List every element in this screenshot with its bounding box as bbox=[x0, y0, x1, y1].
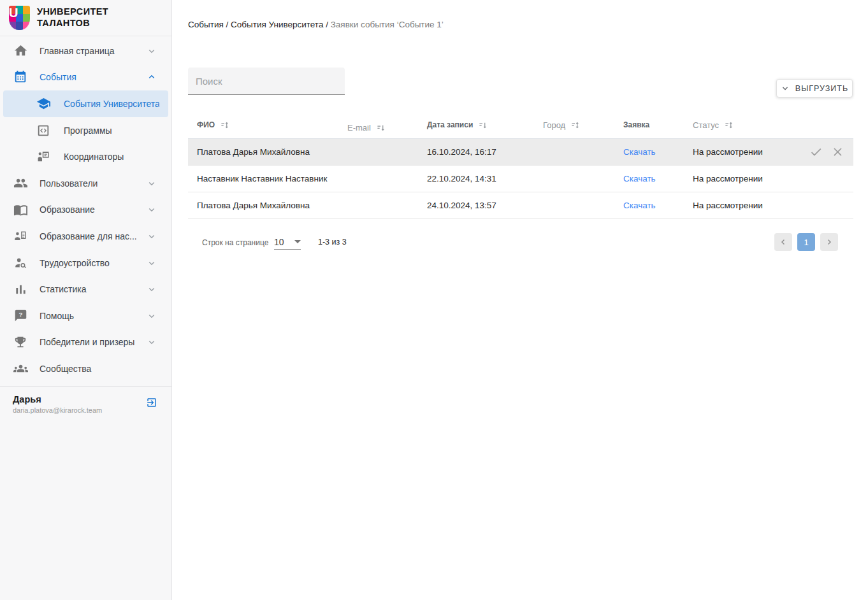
header-request: Заявка bbox=[623, 120, 693, 129]
header-city[interactable]: Город bbox=[543, 120, 623, 130]
sidebar-item-employment[interactable]: Трудоустройство bbox=[0, 250, 171, 276]
chevron-down-icon bbox=[146, 283, 159, 295]
chevron-down-icon bbox=[146, 204, 159, 215]
coordinator-board-icon bbox=[36, 149, 51, 164]
university-talents-logo-icon: U bbox=[9, 6, 30, 30]
row-actions bbox=[809, 145, 855, 159]
sidebar-item-users[interactable]: Пользователи bbox=[0, 170, 171, 197]
chevron-down-icon bbox=[146, 336, 159, 348]
cell-name: Платова Дарья Михайловна bbox=[188, 147, 347, 157]
header-date[interactable]: Дата записи bbox=[427, 120, 543, 129]
sidebar-item-education-mentors[interactable]: Образование для нас... bbox=[0, 223, 171, 250]
school-icon bbox=[36, 96, 51, 111]
status-badge: На рассмотрении bbox=[693, 147, 809, 157]
breadcrumb-current: Заявки события ‘Событие 1’ bbox=[331, 20, 444, 29]
search-field bbox=[188, 68, 345, 95]
dropdown-arrow-icon bbox=[294, 240, 301, 243]
help-bubble-icon: ? bbox=[13, 308, 28, 324]
sidebar-item-home[interactable]: Главная страница bbox=[0, 38, 171, 64]
book-icon bbox=[13, 202, 28, 217]
header-email[interactable]: E-mail bbox=[347, 123, 427, 132]
sidebar-item-education[interactable]: Образование bbox=[0, 197, 171, 224]
chevron-down-icon bbox=[146, 231, 159, 242]
bar-chart-icon bbox=[13, 282, 28, 297]
cell-date: 16.10.2024, 16:17 bbox=[427, 147, 543, 157]
sidebar-item-events[interactable]: События bbox=[0, 64, 171, 91]
pager: 1 bbox=[774, 233, 838, 251]
cell-name: Платова Дарья Михайловна bbox=[188, 201, 347, 210]
breadcrumb: События / События Университета / Заявки … bbox=[188, 20, 444, 29]
search-input[interactable] bbox=[188, 68, 345, 94]
sidebar-item-communities[interactable]: Сообщества bbox=[0, 355, 171, 382]
rows-per-page-select[interactable]: 10 bbox=[274, 234, 301, 250]
chevron-down-icon bbox=[146, 310, 159, 322]
sidebar-item-coordinators[interactable]: Координаторы bbox=[3, 143, 168, 170]
download-link[interactable]: Скачать bbox=[623, 147, 656, 157]
brand-title: УНИВЕРСИТЕТ ТАЛАНТОВ bbox=[37, 6, 108, 29]
person-document-icon bbox=[13, 229, 28, 244]
page-1-button[interactable]: 1 bbox=[797, 233, 815, 251]
sort-icon bbox=[725, 121, 733, 129]
download-link[interactable]: Скачать bbox=[623, 201, 656, 210]
home-icon bbox=[13, 43, 28, 59]
cell-name: Наставник Наставник Наставник bbox=[188, 174, 347, 183]
user-block: Дарья daria.platova@kirarock.team bbox=[0, 387, 171, 414]
cell-date: 22.10.2024, 14:31 bbox=[427, 174, 543, 183]
sort-icon bbox=[571, 121, 579, 129]
logout-icon[interactable] bbox=[146, 397, 157, 408]
table-row[interactable]: Платова Дарья Михайловна 16.10.2024, 16:… bbox=[188, 139, 853, 166]
groups-icon bbox=[13, 361, 28, 376]
table-row[interactable]: Платова Дарья Михайловна 24.10.2024, 13:… bbox=[188, 192, 853, 219]
applications-table: ФИО E-mail Дата записи Город Зая bbox=[188, 111, 853, 219]
sort-icon bbox=[221, 121, 229, 129]
pagination-bar: Строк на странице 10 1-3 из 3 1 bbox=[188, 229, 853, 255]
table-body: Платова Дарья Михайловна 16.10.2024, 16:… bbox=[188, 139, 853, 219]
cell-date: 24.10.2024, 13:57 bbox=[427, 201, 543, 210]
header-status[interactable]: Статус bbox=[693, 120, 809, 130]
chevron-down-icon bbox=[146, 45, 159, 57]
chevron-down-icon bbox=[146, 257, 159, 269]
calendar-icon bbox=[13, 69, 28, 85]
sidebar: U УНИВЕРСИТЕТ ТАЛАНТОВ Главная страница … bbox=[0, 0, 172, 600]
prev-page-button[interactable] bbox=[774, 233, 792, 251]
range-label: 1-3 из 3 bbox=[318, 238, 347, 246]
next-page-button[interactable] bbox=[820, 233, 838, 251]
reject-close-icon[interactable] bbox=[831, 145, 844, 159]
sidebar-item-programs[interactable]: Программы bbox=[3, 117, 168, 144]
status-badge: На рассмотрении bbox=[693, 201, 809, 210]
sidebar-item-winners[interactable]: Победители и призеры bbox=[0, 329, 171, 356]
breadcrumb-events[interactable]: События bbox=[188, 20, 224, 29]
sidebar-item-university-events[interactable]: События Университета bbox=[3, 90, 168, 117]
chevron-up-icon bbox=[146, 71, 159, 83]
table-row[interactable]: Наставник Наставник Наставник 22.10.2024… bbox=[188, 166, 853, 192]
sort-icon bbox=[479, 121, 487, 129]
rows-per-page-label: Строк на странице bbox=[202, 238, 268, 247]
user-email: daria.platova@kirarock.team bbox=[13, 406, 159, 414]
chevron-down-icon bbox=[146, 178, 159, 189]
chevron-down-icon bbox=[781, 83, 790, 93]
header-fio[interactable]: ФИО bbox=[188, 120, 347, 129]
sidebar-item-help[interactable]: ? Помощь bbox=[0, 303, 171, 329]
person-search-icon bbox=[13, 255, 28, 271]
export-button[interactable]: ВЫГРУЗИТЬ bbox=[776, 79, 853, 97]
sort-icon bbox=[377, 124, 385, 132]
download-link[interactable]: Скачать bbox=[623, 174, 656, 183]
code-box-icon bbox=[36, 123, 51, 138]
approve-check-icon[interactable] bbox=[809, 145, 823, 159]
sidebar-nav: Главная страница События События Универс… bbox=[0, 36, 171, 382]
status-badge: На рассмотрении bbox=[693, 174, 809, 183]
export-button-label: ВЫГРУЗИТЬ bbox=[795, 84, 848, 93]
brand-logo[interactable]: U УНИВЕРСИТЕТ ТАЛАНТОВ bbox=[0, 0, 171, 36]
table-header-row: ФИО E-mail Дата записи Город Зая bbox=[188, 111, 853, 139]
trophy-icon bbox=[13, 334, 28, 350]
svg-text:?: ? bbox=[18, 311, 22, 318]
people-icon bbox=[13, 176, 28, 191]
app-root: U УНИВЕРСИТЕТ ТАЛАНТОВ Главная страница … bbox=[0, 0, 868, 600]
user-name: Дарья bbox=[13, 394, 159, 404]
sidebar-item-statistics[interactable]: Статистика bbox=[0, 276, 171, 303]
breadcrumb-university-events[interactable]: События Университета bbox=[231, 20, 323, 29]
